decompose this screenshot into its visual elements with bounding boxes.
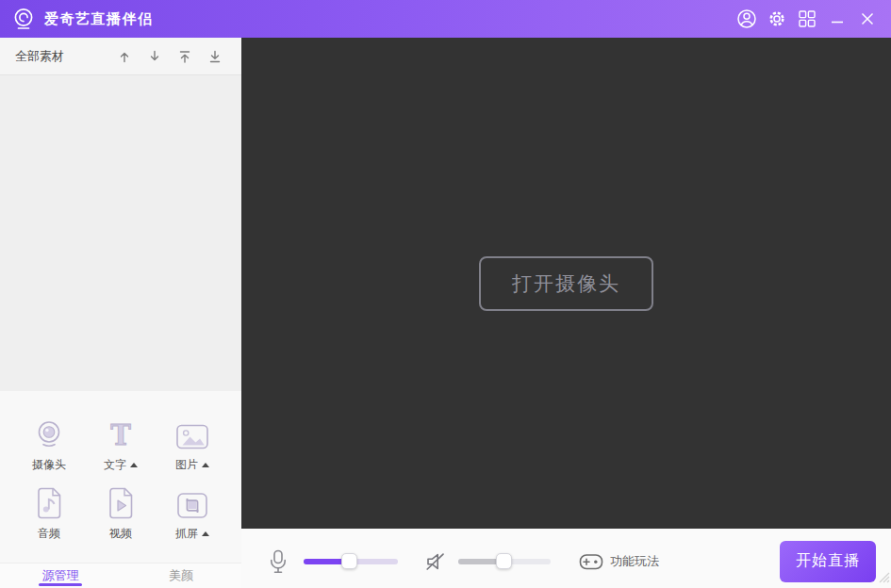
sidebar-header: 全部素材 [0, 38, 241, 75]
add-video-source-button[interactable]: 视频 [85, 482, 157, 542]
minimize-icon [831, 12, 844, 25]
workspace: 全部素材 [0, 38, 891, 588]
submenu-arrow-icon [202, 531, 209, 536]
titlebar: 爱奇艺直播伴侣 [0, 0, 891, 38]
source-label: 视频 [109, 526, 132, 542]
image-icon [175, 414, 209, 451]
move-down-button[interactable] [140, 42, 170, 71]
add-audio-source-button[interactable]: 音频 [13, 482, 85, 542]
speaker-mute-toggle-button[interactable] [424, 550, 447, 573]
source-label: 抓屏 [175, 526, 198, 542]
source-label: 文字 [104, 457, 126, 473]
mic-volume-slider[interactable] [304, 559, 398, 564]
source-label: 图片 [175, 457, 198, 473]
minimize-button[interactable] [823, 5, 851, 33]
arrow-down-icon [147, 49, 162, 64]
materials-title: 全部素材 [15, 48, 109, 65]
bottom-control-bar: 功能玩法 开始直播 [241, 529, 891, 588]
camera-preview-area: 打开摄像头 [241, 38, 891, 529]
speaker-muted-icon [424, 550, 447, 573]
video-file-icon [106, 482, 136, 520]
close-icon [861, 12, 874, 25]
microphone-toggle-button[interactable] [268, 548, 289, 575]
sidebar-tabs: 源管理 美颜 [0, 563, 241, 588]
add-text-source-button[interactable]: T 文字 [85, 414, 157, 473]
main-area: 打开摄像头 [241, 38, 891, 588]
apps-grid-button[interactable] [793, 5, 821, 33]
resize-grip-icon [877, 570, 890, 583]
tab-label: 源管理 [42, 567, 79, 584]
move-to-bottom-button[interactable] [200, 42, 230, 71]
gear-icon [767, 9, 786, 28]
move-up-button[interactable] [109, 42, 140, 71]
arrow-to-bottom-icon [207, 49, 223, 64]
svg-text:T: T [110, 419, 131, 451]
tab-source-management[interactable]: 源管理 [0, 564, 121, 588]
submenu-arrow-icon [202, 463, 209, 467]
user-icon [736, 8, 757, 29]
move-to-top-button[interactable] [170, 42, 200, 71]
add-camera-source-button[interactable]: 摄像头 [13, 414, 85, 473]
tab-label: 美颜 [169, 567, 193, 584]
speaker-volume-slider[interactable] [458, 559, 551, 564]
features-button[interactable]: 功能玩法 [579, 552, 659, 571]
app-logo-icon [11, 7, 36, 31]
apps-grid-icon [799, 10, 816, 27]
mic-slider-thumb[interactable] [341, 553, 357, 569]
open-camera-button[interactable]: 打开摄像头 [479, 256, 653, 311]
submenu-arrow-icon [130, 463, 138, 467]
sidebar: 全部素材 [0, 38, 241, 588]
speaker-slider-thumb[interactable] [496, 553, 512, 569]
text-icon: T [105, 414, 137, 451]
app-title: 爱奇艺直播伴侣 [44, 10, 731, 28]
close-button[interactable] [853, 5, 882, 33]
materials-list [0, 75, 241, 391]
webcam-icon [32, 414, 66, 451]
screen-capture-icon [176, 482, 208, 520]
source-label: 摄像头 [32, 457, 66, 473]
source-panel: 摄像头 T 文字 [0, 391, 241, 563]
gamepad-icon [579, 552, 603, 571]
resize-grip[interactable] [877, 570, 890, 587]
source-label: 音频 [38, 526, 60, 542]
settings-button[interactable] [763, 5, 791, 33]
arrow-up-icon [117, 49, 132, 64]
add-screen-capture-source-button[interactable]: 抓屏 [157, 482, 228, 542]
microphone-icon [268, 548, 289, 575]
audio-file-icon [34, 482, 64, 520]
user-account-button[interactable] [733, 5, 761, 33]
arrow-to-top-icon [177, 49, 192, 64]
start-live-button[interactable]: 开始直播 [780, 541, 876, 582]
tab-beauty[interactable]: 美颜 [121, 564, 241, 588]
features-label: 功能玩法 [610, 553, 659, 570]
add-image-source-button[interactable]: 图片 [157, 414, 228, 473]
